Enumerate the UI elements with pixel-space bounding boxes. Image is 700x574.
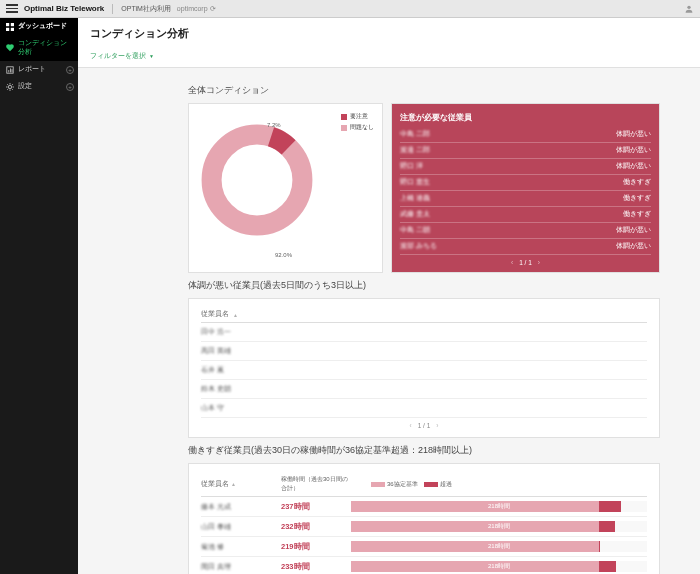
table-header-name[interactable]: 従業員名 — [201, 480, 281, 489]
employee-name: 渡部 みちる — [400, 242, 437, 251]
page-title: コンディション分析 — [90, 26, 688, 41]
pager-text: 1 / 1 — [519, 259, 532, 266]
tenant-name: OPTiM社内利用 — [112, 4, 171, 14]
alert-row[interactable]: 渡邉 二郎体調が悪い — [400, 143, 651, 159]
legend-label: 問題なし — [350, 123, 374, 132]
employee-name: 菊池 修 — [201, 542, 224, 552]
hours-value: 232時間 — [281, 522, 351, 532]
hours-bar: 218時間 — [351, 541, 647, 552]
tenant-id: optimcorp ⟳ — [177, 5, 216, 13]
alert-status: 働きすぎ — [623, 178, 651, 187]
pager-text: 1 / 1 — [418, 422, 431, 429]
sidebar-label: ダッシュボード — [18, 22, 67, 31]
alert-row[interactable]: 渡部 みちる体調が悪い — [400, 239, 651, 255]
sidebar-label: コンディション分析 — [18, 39, 72, 57]
svg-rect-4 — [11, 27, 14, 30]
bad-list-card: 従業員名 田中 浩一高田 英雄石井 薫鈴木 史朗山本 守 ‹ 1 / 1 › — [188, 298, 660, 438]
main-content: コンディション分析 フィルターを選択 全体コンディション 要注意 問題なし 7.… — [78, 18, 700, 574]
svg-point-10 — [212, 135, 303, 226]
alert-row[interactable]: 中島 二朗体調が悪い — [400, 223, 651, 239]
table-header-hours: 稼働時間（過去30日間の合計） — [281, 475, 351, 493]
gear-icon — [6, 83, 14, 91]
alert-row[interactable]: 野口 洋体調が悪い — [400, 159, 651, 175]
alert-card: 注意が必要な従業員 中島 二郎体調が悪い渡邉 二郎体調が悪い野口 洋体調が悪い野… — [391, 103, 660, 273]
hours-value: 233時間 — [281, 562, 351, 572]
bar-label: 218時間 — [351, 501, 647, 512]
employee-name: 山本 守 — [201, 403, 224, 413]
report-icon — [6, 66, 14, 74]
hours-bar: 218時間 — [351, 521, 647, 532]
svg-rect-3 — [6, 27, 9, 30]
dashboard-icon — [6, 23, 14, 31]
expand-icon[interactable]: + — [66, 66, 74, 74]
alert-row[interactable]: 武藤 圭太働きすぎ — [400, 207, 651, 223]
table-header-name[interactable]: 従業員名 — [201, 307, 647, 323]
alert-row[interactable]: 中島 二郎体調が悪い — [400, 127, 651, 143]
bar-label: 218時間 — [351, 561, 647, 572]
table-row[interactable]: 石井 薫 — [201, 361, 647, 380]
employee-name: 上橋 達義 — [400, 194, 430, 203]
sidebar: ダッシュボード コンディション分析 レポート + 設定 + — [0, 18, 78, 574]
alert-status: 体調が悪い — [616, 146, 651, 155]
employee-name: 藤本 光成 — [201, 502, 231, 512]
pager-prev[interactable]: ‹ — [410, 422, 412, 429]
employee-name: 山田 孝雄 — [201, 522, 231, 532]
svg-rect-7 — [10, 68, 11, 72]
alert-status: 働きすぎ — [623, 194, 651, 203]
sidebar-item-condition[interactable]: コンディション分析 — [0, 35, 78, 61]
filter-select[interactable]: フィルターを選択 — [90, 51, 154, 61]
donut-chart — [197, 120, 317, 240]
sidebar-item-settings[interactable]: 設定 + — [0, 78, 78, 95]
employee-name: 岡田 真理 — [201, 562, 231, 572]
table-row[interactable]: 山本 守 — [201, 399, 647, 418]
table-row[interactable]: 岡田 真理233時間218時間 — [201, 557, 647, 574]
employee-name: 田中 浩一 — [201, 327, 231, 337]
alert-row[interactable]: 野口 恵生働きすぎ — [400, 175, 651, 191]
user-icon[interactable] — [684, 4, 694, 14]
menu-icon[interactable] — [6, 3, 18, 15]
donut-label-top: 7.2% — [267, 122, 281, 128]
alert-pager: ‹ 1 / 1 › — [400, 255, 651, 266]
legend-label: 超過 — [440, 480, 452, 489]
table-row[interactable]: 田中 浩一 — [201, 323, 647, 342]
legend-label: 36協定基準 — [387, 480, 418, 489]
section-over-title: 働きすぎ従業員(過去30日の稼働時間が36協定基準超過：218時間以上) — [188, 444, 660, 457]
employee-name: 武藤 圭太 — [400, 210, 430, 219]
section-overall-title: 全体コンディション — [188, 84, 660, 97]
sidebar-item-dashboard[interactable]: ダッシュボード — [0, 18, 78, 35]
alert-status: 体調が悪い — [616, 130, 651, 139]
table-row[interactable]: 鈴木 史朗 — [201, 380, 647, 399]
table-row[interactable]: 高田 英雄 — [201, 342, 647, 361]
pager-next[interactable]: › — [538, 259, 540, 266]
donut-card: 要注意 問題なし 7.2% 92.0% — [188, 103, 383, 273]
brand: Optimal Biz Telework — [24, 4, 104, 13]
bar-legend: 36協定基準 超過 — [371, 480, 452, 489]
employee-name: 高田 英雄 — [201, 346, 231, 356]
svg-rect-6 — [8, 70, 9, 72]
legend-swatch — [371, 482, 385, 487]
svg-rect-1 — [6, 23, 9, 26]
sidebar-label: 設定 — [18, 82, 32, 91]
legend-swatch — [341, 114, 347, 120]
table-row[interactable]: 山田 孝雄232時間218時間 — [201, 517, 647, 537]
sidebar-label: レポート — [18, 65, 46, 74]
alert-row[interactable]: 上橋 達義働きすぎ — [400, 191, 651, 207]
sidebar-item-report[interactable]: レポート + — [0, 61, 78, 78]
heart-icon — [6, 44, 14, 52]
legend-swatch — [341, 125, 347, 131]
svg-point-9 — [8, 85, 11, 88]
bar-label: 218時間 — [351, 521, 647, 532]
expand-icon[interactable]: + — [66, 83, 74, 91]
legend-swatch — [424, 482, 438, 487]
pager-prev[interactable]: ‹ — [511, 259, 513, 266]
hours-value: 237時間 — [281, 502, 351, 512]
alert-title: 注意が必要な従業員 — [400, 112, 651, 123]
pager-next[interactable]: › — [436, 422, 438, 429]
table-row[interactable]: 菊池 修219時間218時間 — [201, 537, 647, 557]
donut-label-bottom: 92.0% — [275, 252, 292, 258]
employee-name: 中島 二朗 — [400, 226, 430, 235]
hours-value: 219時間 — [281, 542, 351, 552]
employee-name: 石井 薫 — [201, 365, 224, 375]
table-row[interactable]: 藤本 光成237時間218時間 — [201, 497, 647, 517]
svg-rect-2 — [11, 23, 14, 26]
